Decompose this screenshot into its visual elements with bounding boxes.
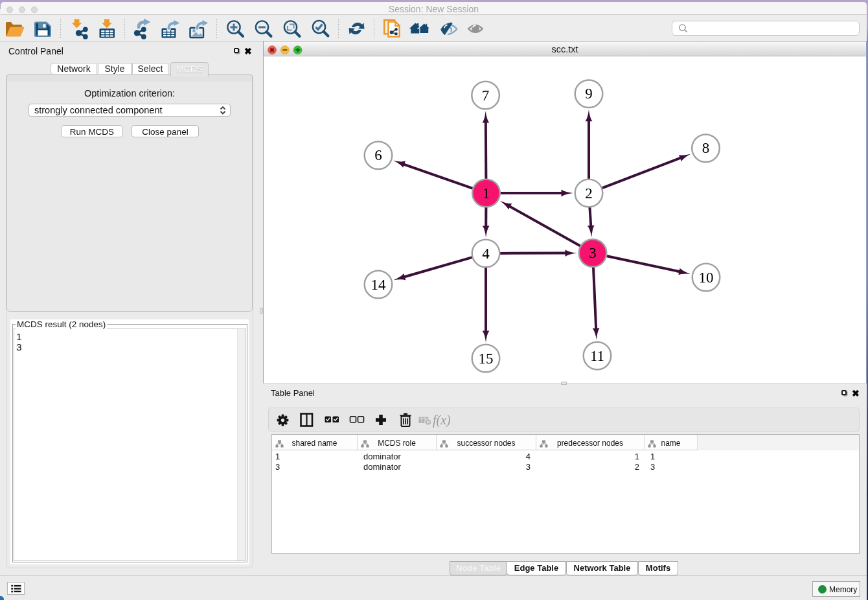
svg-text:14: 14 <box>371 277 387 293</box>
svg-text:11: 11 <box>590 348 604 364</box>
svg-text:7: 7 <box>482 87 490 104</box>
svg-text:15: 15 <box>479 351 494 367</box>
svg-text:1: 1 <box>483 185 490 202</box>
svg-text:9: 9 <box>585 86 593 102</box>
svg-text:10: 10 <box>699 270 714 286</box>
svg-text:8: 8 <box>702 140 710 156</box>
svg-text:4: 4 <box>482 246 490 262</box>
svg-text:6: 6 <box>374 147 382 163</box>
svg-text:f(x): f(x) <box>433 413 451 428</box>
svg-text:3: 3 <box>589 245 597 261</box>
svg-text:2: 2 <box>585 185 593 202</box>
